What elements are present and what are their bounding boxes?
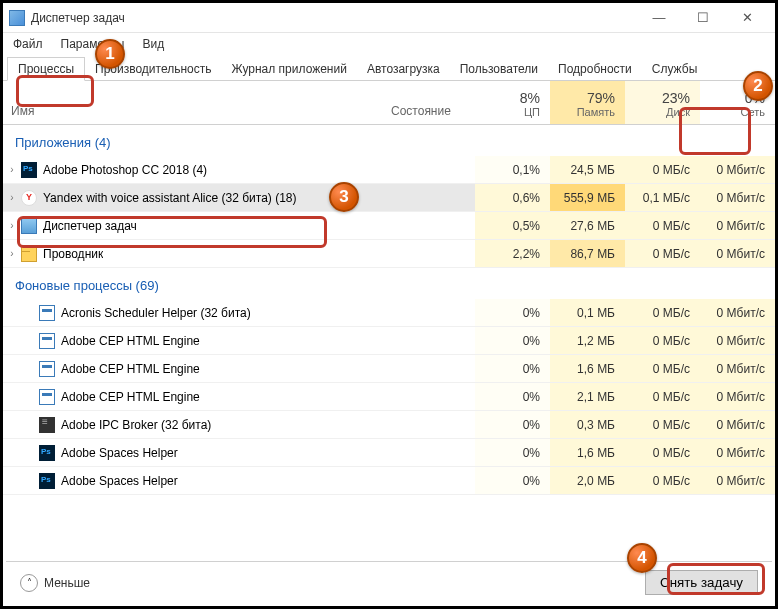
disk-cell: 0 МБ/с (625, 156, 700, 183)
state-cell (385, 240, 475, 267)
table-row[interactable]: ›Adobe Photoshop CC 2018 (4)0,1%24,5 МБ0… (3, 156, 775, 184)
state-cell (385, 355, 475, 382)
process-name-label: Adobe CEP HTML Engine (61, 390, 200, 404)
tab-processes[interactable]: Процессы (7, 57, 85, 81)
table-row[interactable]: Adobe Spaces Helper0%2,0 МБ0 МБ/с0 Мбит/… (3, 467, 775, 495)
mem-cell: 0,1 МБ (550, 299, 625, 326)
tab-app-history[interactable]: Журнал приложений (222, 58, 357, 80)
net-cell: 0 Мбит/с (700, 439, 775, 466)
mem-cell: 24,5 МБ (550, 156, 625, 183)
process-name-label: Acronis Scheduler Helper (32 бита) (61, 306, 251, 320)
cpu-cell: 0,1% (475, 156, 550, 183)
table-row[interactable]: Acronis Scheduler Helper (32 бита)0%0,1 … (3, 299, 775, 327)
table-row[interactable]: ›Yandex with voice assistant Alice (32 б… (3, 184, 775, 212)
process-name-label: Проводник (43, 247, 103, 261)
cpu-cell: 0,6% (475, 184, 550, 211)
process-name-cell: Диспетчер задач (21, 212, 385, 239)
table-row[interactable]: Adobe CEP HTML Engine0%2,1 МБ0 МБ/с0 Мби… (3, 383, 775, 411)
mem-label: Память (577, 106, 615, 118)
gen-icon (39, 333, 55, 349)
expand-toggle (3, 383, 21, 410)
column-headers: Имя Состояние 8% ЦП 79% Память 23% Диск … (3, 81, 775, 125)
table-row[interactable]: Adobe CEP HTML Engine0%1,2 МБ0 МБ/с0 Мби… (3, 327, 775, 355)
state-cell (385, 411, 475, 438)
process-name-label: Adobe Photoshop CC 2018 (4) (43, 163, 207, 177)
expand-toggle[interactable]: › (3, 240, 21, 267)
mem-cell: 555,9 МБ (550, 184, 625, 211)
section-header: Приложения (4) (3, 125, 775, 156)
dark-icon (39, 417, 55, 433)
expand-toggle (3, 467, 21, 494)
expand-toggle (3, 299, 21, 326)
maximize-button[interactable]: ☐ (681, 4, 725, 32)
expand-toggle[interactable]: › (3, 156, 21, 183)
table-row[interactable]: ›Диспетчер задач0,5%27,6 МБ0 МБ/с0 Мбит/… (3, 212, 775, 240)
col-net[interactable]: 0% Сеть (700, 81, 775, 124)
col-memory[interactable]: 79% Память (550, 81, 625, 124)
cpu-pct: 8% (520, 90, 540, 106)
ps-icon (39, 445, 55, 461)
tab-performance[interactable]: Производительность (85, 58, 221, 80)
process-name-label: Adobe Spaces Helper (61, 474, 178, 488)
minimize-button[interactable]: — (637, 4, 681, 32)
expand-toggle (3, 439, 21, 466)
col-state[interactable]: Состояние (385, 81, 475, 124)
disk-cell: 0 МБ/с (625, 439, 700, 466)
col-disk[interactable]: 23% Диск (625, 81, 700, 124)
table-row[interactable]: Adobe CEP HTML Engine0%1,6 МБ0 МБ/с0 Мби… (3, 355, 775, 383)
gen-icon (39, 305, 55, 321)
close-button[interactable]: ✕ (725, 4, 769, 32)
process-name-label: Adobe IPC Broker (32 бита) (61, 418, 211, 432)
cpu-cell: 2,2% (475, 240, 550, 267)
table-row[interactable]: Adobe IPC Broker (32 бита)0%0,3 МБ0 МБ/с… (3, 411, 775, 439)
net-pct: 0% (745, 90, 765, 106)
cpu-cell: 0% (475, 383, 550, 410)
state-cell (385, 439, 475, 466)
expand-toggle (3, 411, 21, 438)
menu-options[interactable]: Параметры (57, 35, 129, 53)
window-title: Диспетчер задач (31, 11, 637, 25)
expand-toggle[interactable]: › (3, 184, 21, 211)
process-name-cell: Adobe Photoshop CC 2018 (4) (21, 156, 385, 183)
net-cell: 0 Мбит/с (700, 156, 775, 183)
process-name-cell: Adobe CEP HTML Engine (21, 327, 385, 354)
col-cpu[interactable]: 8% ЦП (475, 81, 550, 124)
col-name[interactable]: Имя (3, 81, 385, 124)
mem-cell: 1,2 МБ (550, 327, 625, 354)
menu-file[interactable]: Файл (9, 35, 47, 53)
window-controls: — ☐ ✕ (637, 4, 769, 32)
cpu-cell: 0% (475, 439, 550, 466)
process-name-cell: Adobe IPC Broker (32 бита) (21, 411, 385, 438)
tab-details[interactable]: Подробности (548, 58, 642, 80)
state-cell (385, 327, 475, 354)
process-name-cell: Adobe CEP HTML Engine (21, 355, 385, 382)
process-name-cell: Adobe CEP HTML Engine (21, 383, 385, 410)
disk-cell: 0 МБ/с (625, 467, 700, 494)
tab-services[interactable]: Службы (642, 58, 707, 80)
mem-cell: 2,0 МБ (550, 467, 625, 494)
disk-pct: 23% (662, 90, 690, 106)
end-task-button[interactable]: Снять задачу (645, 570, 758, 595)
state-cell (385, 184, 475, 211)
expand-toggle[interactable]: › (3, 212, 21, 239)
menu-view[interactable]: Вид (138, 35, 168, 53)
tab-users[interactable]: Пользователи (450, 58, 548, 80)
titlebar: Диспетчер задач — ☐ ✕ (3, 3, 775, 33)
disk-cell: 0 МБ/с (625, 383, 700, 410)
table-row[interactable]: ›Проводник2,2%86,7 МБ0 МБ/с0 Мбит/с (3, 240, 775, 268)
process-list[interactable]: Приложения (4)›Adobe Photoshop CC 2018 (… (3, 125, 775, 531)
mem-pct: 79% (587, 90, 615, 106)
cpu-cell: 0% (475, 467, 550, 494)
table-row[interactable]: Adobe Spaces Helper0%1,6 МБ0 МБ/с0 Мбит/… (3, 439, 775, 467)
mem-cell: 1,6 МБ (550, 439, 625, 466)
tab-startup[interactable]: Автозагрузка (357, 58, 450, 80)
net-cell: 0 Мбит/с (700, 383, 775, 410)
disk-cell: 0 МБ/с (625, 212, 700, 239)
gen-icon (39, 389, 55, 405)
net-cell: 0 Мбит/с (700, 212, 775, 239)
fewer-details-button[interactable]: ˄ Меньше (20, 574, 90, 592)
footer: ˄ Меньше Снять задачу (6, 561, 772, 603)
app-icon (9, 10, 25, 26)
net-cell: 0 Мбит/с (700, 355, 775, 382)
state-cell (385, 467, 475, 494)
